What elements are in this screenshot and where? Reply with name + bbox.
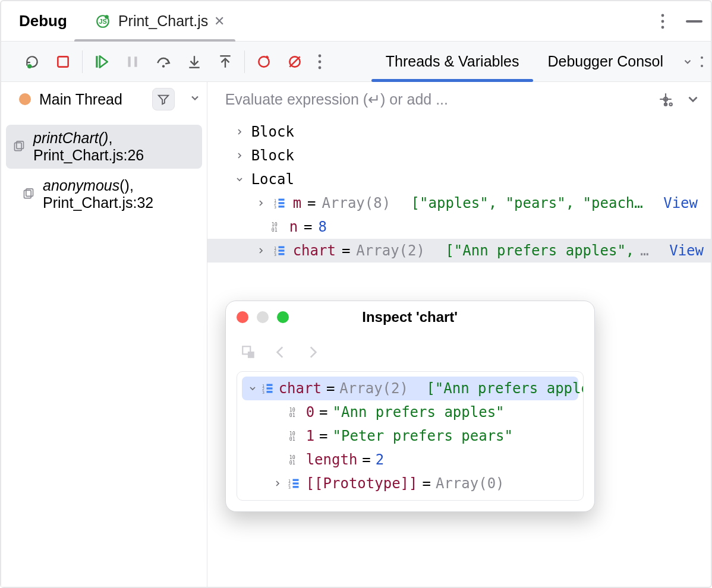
file-tab-label: Print_Chart.js — [118, 12, 208, 30]
thread-expand-icon[interactable] — [189, 91, 201, 108]
file-tab[interactable]: JS Print_Chart.js ✕ — [86, 1, 232, 41]
minimize-icon[interactable] — [257, 311, 269, 323]
chevron-down-icon — [234, 175, 245, 184]
step-out-icon[interactable] — [216, 52, 235, 71]
inspect-item[interactable]: 1001 1 = "Peter prefers pears" — [238, 424, 582, 448]
stack-frame[interactable]: printChart(), Print_Chart.js:26 — [6, 125, 202, 169]
debug-tool-window-tab[interactable]: Debug — [19, 12, 67, 30]
svg-point-16 — [319, 66, 322, 69]
scope-block[interactable]: Block — [207, 120, 711, 144]
primitive-icon: 1001 — [287, 454, 301, 466]
svg-point-11 — [162, 65, 165, 67]
maximize-icon[interactable] — [277, 311, 289, 323]
tabs-more-icon[interactable] — [698, 56, 706, 68]
svg-text:01: 01 — [271, 227, 277, 233]
svg-rect-31 — [278, 206, 284, 207]
inspect-tree: 123 chart = Array(2) ["Ann prefers apple… — [237, 371, 584, 501]
toolbar-more-icon[interactable] — [316, 52, 335, 71]
scope-local[interactable]: Local — [207, 167, 711, 191]
svg-text:3: 3 — [262, 390, 264, 394]
tabs-overflow-icon[interactable] — [678, 56, 698, 67]
evaluate-input[interactable]: Evaluate expression (↵) or add ... — [225, 91, 648, 108]
thread-status-icon — [19, 93, 31, 105]
frame-icon — [13, 141, 25, 153]
inspect-root[interactable]: 123 chart = Array(2) ["Ann prefers apple… — [242, 377, 578, 400]
view-link[interactable]: View — [669, 242, 704, 259]
popup-titlebar[interactable]: Inspect 'chart' — [226, 301, 594, 333]
back-icon[interactable] — [271, 343, 290, 362]
primitive-icon: 1001 — [287, 430, 301, 442]
scope-block[interactable]: Block — [207, 144, 711, 167]
variable-row[interactable]: 1001 n = 8 — [207, 215, 711, 239]
rerun-icon[interactable] — [23, 52, 42, 71]
svg-rect-57 — [292, 479, 298, 481]
close-icon[interactable]: ✕ — [214, 14, 225, 29]
svg-text:3: 3 — [288, 485, 291, 489]
svg-rect-7 — [58, 56, 68, 67]
array-icon: 123 — [287, 478, 301, 489]
breakpoints-icon[interactable] — [254, 52, 273, 71]
step-into-icon[interactable] — [185, 52, 204, 71]
stack-frame[interactable]: anonymous(), Print_Chart.js:32 — [1, 172, 207, 216]
svg-point-25 — [670, 103, 672, 106]
chevron-down-icon — [248, 380, 257, 397]
svg-point-4 — [661, 20, 664, 23]
popup-title: Inspect 'chart' — [362, 309, 458, 325]
variable-row-selected[interactable]: 123 chart = Array(2) ["Ann prefers apple… — [207, 239, 711, 263]
mute-breakpoints-icon[interactable] — [285, 52, 304, 71]
frame-icon — [23, 188, 34, 200]
frame-fn: anonymous — [43, 177, 119, 194]
history-icon[interactable] — [239, 343, 258, 362]
svg-rect-38 — [278, 249, 284, 251]
svg-rect-8 — [96, 56, 97, 68]
tab-threads-variables[interactable]: Threads & Variables — [371, 42, 534, 81]
thread-header[interactable]: Main Thread — [1, 82, 207, 116]
frame-fn: printChart() — [33, 129, 108, 146]
svg-rect-29 — [278, 199, 284, 201]
svg-point-14 — [319, 54, 322, 57]
chevron-right-icon — [234, 127, 245, 137]
minimize-icon[interactable] — [686, 20, 702, 23]
filter-icon[interactable] — [152, 88, 175, 110]
svg-rect-9 — [128, 56, 130, 67]
chevron-right-icon — [255, 198, 267, 208]
inspect-prototype[interactable]: 123 [[Prototype]] = Array(0) — [238, 472, 582, 495]
svg-rect-41 — [248, 352, 254, 358]
svg-point-15 — [319, 60, 322, 63]
svg-point-12 — [259, 56, 269, 67]
stop-icon[interactable] — [53, 52, 73, 71]
svg-point-18 — [701, 65, 703, 67]
primitive-icon: 1001 — [269, 221, 283, 233]
variables-pane: Evaluate expression (↵) or add ... Block — [207, 82, 711, 587]
thread-name: Main Thread — [39, 91, 122, 108]
svg-rect-30 — [278, 202, 284, 204]
svg-rect-39 — [278, 253, 284, 255]
inspect-item[interactable]: 1001 0 = "Ann prefers apples" — [238, 400, 582, 424]
step-over-icon[interactable] — [154, 52, 173, 71]
svg-point-5 — [661, 26, 664, 29]
inspect-length[interactable]: 1001 length = 2 — [238, 448, 582, 472]
layout-icon[interactable] — [656, 90, 675, 109]
forward-icon[interactable] — [303, 343, 322, 362]
javascript-file-icon: JS — [93, 12, 112, 31]
view-link[interactable]: View — [663, 195, 698, 211]
panel-expand-icon[interactable] — [683, 90, 702, 109]
frames-pane: Main Thread printChart(), Print_Chart.js… — [1, 82, 207, 587]
tab-debugger-console[interactable]: Debugger Consol — [533, 42, 678, 81]
svg-text:01: 01 — [289, 412, 295, 418]
pause-icon[interactable] — [123, 52, 142, 71]
more-icon[interactable] — [661, 14, 664, 29]
variable-row[interactable]: 123 m = Array(8) ["apples", "pears", "pe… — [207, 191, 711, 215]
resume-icon[interactable] — [92, 52, 111, 71]
svg-rect-58 — [292, 482, 298, 484]
svg-text:3: 3 — [274, 252, 276, 257]
svg-rect-10 — [134, 56, 137, 67]
svg-rect-19 — [15, 143, 22, 150]
editor-tabbar: Debug JS Print_Chart.js ✕ — [1, 1, 711, 42]
close-icon[interactable] — [237, 311, 248, 323]
inspect-popup: Inspect 'chart' 123 — [225, 301, 595, 512]
svg-text:01: 01 — [289, 460, 295, 466]
array-icon: 123 — [273, 197, 287, 209]
primitive-icon: 1001 — [287, 406, 301, 418]
svg-point-17 — [701, 56, 703, 59]
